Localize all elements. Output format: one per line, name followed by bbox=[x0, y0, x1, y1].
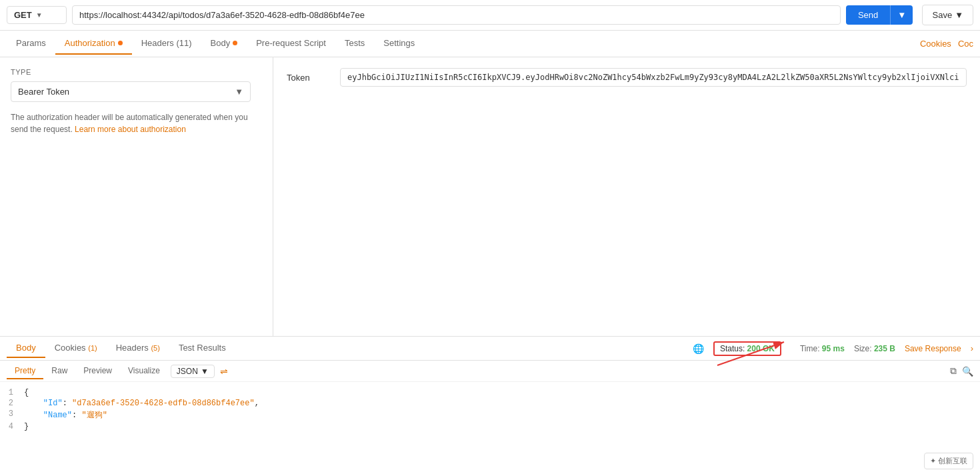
type-label: TYPE bbox=[11, 68, 262, 76]
code-actions: ⧉ 🔍 bbox=[950, 365, 973, 377]
response-tab-bar: Body Cookies (1) Headers (5) Test Result… bbox=[0, 337, 980, 361]
code-line-1: 1 { bbox=[0, 387, 980, 398]
arrow-annotation bbox=[704, 329, 797, 369]
code-line-2: 2 "Id": "d7a3a6ef-3520-4628-edfb-08d86bf… bbox=[0, 398, 980, 409]
tab-settings[interactable]: Settings bbox=[374, 33, 424, 55]
watermark: ✦ 创新互联 bbox=[924, 453, 973, 469]
url-input[interactable] bbox=[72, 5, 841, 25]
resp-tab-test-results[interactable]: Test Results bbox=[169, 339, 235, 358]
copy-button[interactable]: ⧉ bbox=[950, 365, 957, 377]
response-section: Body Cookies (1) Headers (5) Test Result… bbox=[0, 336, 980, 476]
token-label: Token bbox=[287, 73, 327, 83]
code-tab-raw[interactable]: Raw bbox=[43, 363, 75, 379]
globe-icon[interactable]: 🌐 bbox=[693, 343, 704, 354]
method-value: GET bbox=[14, 10, 32, 20]
auth-description: The authorization header will be automat… bbox=[11, 111, 262, 135]
chevron-right-icon[interactable]: › bbox=[971, 343, 973, 353]
auth-panel: TYPE Bearer Token ▼ The authorization he… bbox=[0, 57, 273, 336]
authorization-dot bbox=[118, 41, 123, 45]
coc-link[interactable]: Coc bbox=[958, 39, 973, 49]
send-dropdown-button[interactable]: ▼ bbox=[890, 5, 913, 25]
code-tab-preview[interactable]: Preview bbox=[75, 363, 120, 379]
tab-pre-request[interactable]: Pre-request Script bbox=[247, 33, 335, 55]
method-arrow-icon: ▼ bbox=[36, 11, 43, 19]
search-button[interactable]: 🔍 bbox=[962, 365, 973, 377]
token-panel: Token bbox=[273, 57, 980, 336]
resp-tab-cookies[interactable]: Cookies (1) bbox=[45, 339, 107, 358]
resp-tab-headers[interactable]: Headers (5) bbox=[107, 339, 169, 358]
body-dot bbox=[233, 41, 237, 45]
send-btn-group: Send ▼ bbox=[846, 5, 913, 25]
type-value: Bearer Token bbox=[18, 87, 69, 97]
resp-tab-body[interactable]: Body bbox=[7, 339, 45, 358]
token-row: Token bbox=[287, 68, 967, 87]
code-line-4: 4 } bbox=[0, 421, 980, 432]
tab-right-links: Cookies Coc bbox=[920, 39, 973, 49]
code-tab-bar: Pretty Raw Preview Visualize JSON ▼ ⇌ ⧉ … bbox=[0, 361, 980, 382]
json-format-arrow: ▼ bbox=[201, 367, 209, 376]
type-select[interactable]: Bearer Token ▼ bbox=[11, 81, 251, 102]
svg-line-1 bbox=[717, 342, 784, 365]
save-response-link[interactable]: Save Response bbox=[905, 344, 961, 353]
send-button[interactable]: Send bbox=[846, 5, 890, 25]
code-tab-visualize[interactable]: Visualize bbox=[120, 363, 168, 379]
tab-body[interactable]: Body bbox=[201, 33, 247, 55]
url-bar: GET ▼ Send ▼ Save ▼ bbox=[0, 0, 980, 31]
tab-tests[interactable]: Tests bbox=[335, 33, 374, 55]
save-arrow-icon: ▼ bbox=[955, 10, 963, 20]
save-button[interactable]: Save ▼ bbox=[922, 5, 973, 25]
cookies-link[interactable]: Cookies bbox=[920, 39, 951, 49]
json-format-select[interactable]: JSON ▼ bbox=[171, 365, 215, 378]
type-arrow-icon: ▼ bbox=[235, 87, 243, 97]
code-tab-pretty[interactable]: Pretty bbox=[7, 363, 43, 379]
token-input[interactable] bbox=[340, 68, 967, 87]
time-text: Time: 95 ms bbox=[800, 344, 845, 353]
main-content: TYPE Bearer Token ▼ The authorization he… bbox=[0, 57, 980, 336]
wrap-icon[interactable]: ⇌ bbox=[220, 366, 228, 377]
json-format-label: JSON bbox=[177, 367, 198, 376]
tab-authorization[interactable]: Authorization bbox=[55, 33, 132, 55]
tab-headers[interactable]: Headers (11) bbox=[132, 33, 201, 55]
tab-bar: Params Authorization Headers (11) Body P… bbox=[0, 31, 980, 57]
method-select[interactable]: GET ▼ bbox=[7, 6, 67, 24]
size-text: Size: 235 B bbox=[854, 344, 895, 353]
learn-more-link[interactable]: Learn more about authorization bbox=[75, 125, 186, 134]
tab-params[interactable]: Params bbox=[7, 33, 55, 55]
code-content: 1 { 2 "Id": "d7a3a6ef-3520-4628-edfb-08d… bbox=[0, 382, 980, 476]
code-line-3: 3 "Name": "遛狗" bbox=[0, 409, 980, 421]
resp-status-area: 🌐 Status: 200 OK bbox=[693, 341, 973, 356]
